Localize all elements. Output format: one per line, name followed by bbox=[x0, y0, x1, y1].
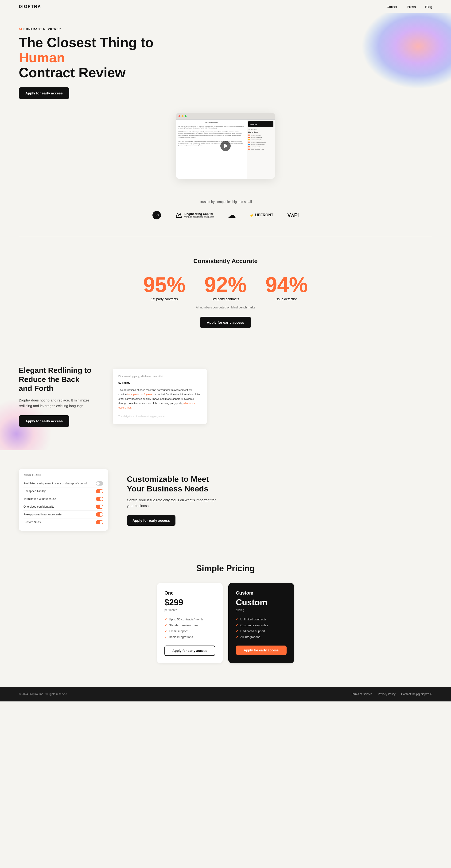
flag-toggle-2[interactable] bbox=[96, 489, 103, 493]
rule-dot-orange2 bbox=[248, 137, 250, 138]
engineering-capital-icon bbox=[175, 211, 183, 219]
hero-title-part2: Contract Review bbox=[19, 65, 125, 80]
stats-note: All numbers computed on blind benchmarks bbox=[19, 306, 432, 309]
plan-features-custom: ✓Unlimited contracts ✓Custom review rule… bbox=[236, 616, 287, 640]
feature-one-2: ✓Standard review rules bbox=[164, 622, 215, 628]
plan-period-custom: pricing bbox=[236, 609, 287, 612]
feature-custom-2: ✓Custom review rules bbox=[236, 622, 287, 628]
plan-cta-one[interactable]: Apply for early access bbox=[164, 646, 215, 656]
feature-one-3: ✓Email support bbox=[164, 628, 215, 634]
video-sidebar: DIOPTRA 3rd Party CSA List of Rules Serv… bbox=[247, 120, 275, 179]
flag-toggle-1[interactable] bbox=[96, 481, 103, 486]
logo-cloud: ☁ bbox=[228, 211, 235, 220]
logo-so-icon: SO bbox=[153, 211, 161, 219]
pricing-cards: One $299 per month ✓Up to 50 contracts/m… bbox=[19, 583, 432, 663]
rule-6: Service - Support bbox=[248, 146, 273, 148]
video-document: SaaS AGREEMENT This SaaS Agreement ("Agr… bbox=[176, 120, 247, 179]
logo-vapi: V∧PI bbox=[288, 212, 298, 218]
customize-left: YOUR FLAGS Prohibited assignment in case… bbox=[19, 469, 108, 531]
pricing-section: Simple Pricing One $299 per month ✓Up to… bbox=[0, 550, 451, 678]
footer-links: Terms of Service Privacy Policy Contact:… bbox=[351, 692, 432, 696]
stats-row: 95% 1st party contracts 92% 3rd party co… bbox=[19, 274, 432, 301]
stat-label-3: issue detection bbox=[265, 297, 308, 301]
hero-title: The Closest Thing to Human Contract Revi… bbox=[19, 35, 160, 80]
footer-copyright: © 2024 Dioptra, Inc. All rights reserved… bbox=[19, 692, 68, 696]
play-icon bbox=[224, 144, 228, 148]
badge-contract: CONTRACT REVIEWER bbox=[24, 28, 61, 31]
redline-receiving-note: if the receiving party, whichever occurs… bbox=[118, 374, 201, 378]
pricing-title: Simple Pricing bbox=[19, 563, 432, 574]
logo-engineering-capital: Engineering Capital venture capital for … bbox=[175, 211, 214, 219]
footer-terms[interactable]: Terms of Service bbox=[351, 692, 372, 696]
feature-one-1: ✓Up to 50 contracts/month bbox=[164, 616, 215, 622]
redline-right: if the receiving party, whichever occurs… bbox=[113, 369, 207, 424]
check-icon-6: ✓ bbox=[236, 623, 238, 627]
plan-period-one: per month bbox=[164, 609, 215, 612]
hero-title-highlight: Human bbox=[19, 50, 65, 65]
nav-blog[interactable]: Blog bbox=[425, 5, 432, 9]
redline-title: Elegant Redlining to Reduce the Back and… bbox=[19, 366, 94, 393]
flag-row-1: Prohibited assignment in case of change … bbox=[24, 480, 103, 488]
footer-privacy[interactable]: Privacy Policy bbox=[378, 692, 395, 696]
customize-section: YOUR FLAGS Prohibited assignment in case… bbox=[0, 450, 451, 550]
stats-cta-button[interactable]: Apply for early access bbox=[200, 317, 251, 328]
check-icon-4: ✓ bbox=[164, 635, 167, 639]
flag-label-5: Pre-approved insurance carrier bbox=[24, 513, 62, 516]
flag-row-3: Termination without cause bbox=[24, 495, 103, 503]
check-icon-8: ✓ bbox=[236, 635, 238, 639]
footer-contact[interactable]: Contact: help@dioptra.ai bbox=[401, 692, 432, 696]
rules-title: List of Rules bbox=[248, 131, 273, 133]
flags-card: YOUR FLAGS Prohibited assignment in case… bbox=[19, 469, 108, 531]
hero-cta-button[interactable]: Apply for early access bbox=[19, 87, 69, 99]
flag-toggle-6[interactable] bbox=[96, 520, 103, 524]
trust-section: Trusted by companies big and small SO En… bbox=[0, 193, 451, 229]
stat-number-1: 95% bbox=[143, 274, 186, 295]
flag-toggle-5[interactable] bbox=[96, 513, 103, 517]
logos-row: SO Engineering Capital venture capital f… bbox=[19, 211, 432, 220]
check-icon-1: ✓ bbox=[164, 618, 167, 621]
nav-press[interactable]: Press bbox=[407, 5, 416, 9]
badge-ai: AI bbox=[19, 28, 22, 31]
flag-row-2: Uncapped liability bbox=[24, 488, 103, 495]
redline-desc: Dioptra does not rip and replace. It min… bbox=[19, 398, 94, 409]
rule-dot-orange bbox=[248, 134, 250, 136]
svg-point-0 bbox=[362, 13, 451, 89]
stats-title: Consistently Accurate bbox=[19, 257, 432, 265]
flag-row-6: Custom SLAs bbox=[24, 519, 103, 526]
redline-left: Elegant Redlining to Reduce the Back and… bbox=[19, 366, 94, 427]
pricing-card-custom: Custom Custom pricing ✓Unlimited contrac… bbox=[228, 583, 294, 663]
redline-cta-button[interactable]: Apply for early access bbox=[19, 415, 69, 427]
feature-custom-1: ✓Unlimited contracts bbox=[236, 616, 287, 622]
video-toolbar bbox=[176, 113, 275, 120]
trust-label: Trusted by companies big and small bbox=[19, 200, 432, 204]
navigation: DIOPTRA Career Press Blog bbox=[0, 0, 451, 13]
check-icon-7: ✓ bbox=[236, 629, 238, 633]
video-player[interactable]: SaaS AGREEMENT This SaaS Agreement ("Agr… bbox=[176, 113, 275, 179]
nav-career[interactable]: Career bbox=[387, 5, 397, 9]
stat-number-2: 92% bbox=[204, 274, 247, 295]
rule-1: Service - Hardware bbox=[248, 134, 273, 136]
rule-2: Service - Usage Mark bbox=[248, 137, 273, 138]
flag-label-1: Prohibited assignment in case of change … bbox=[24, 482, 87, 485]
rule-dot-orange3 bbox=[248, 142, 250, 143]
flag-toggle-3[interactable] bbox=[96, 497, 103, 501]
rule-dot-blue bbox=[248, 144, 250, 145]
rule-dot-yellow bbox=[248, 139, 250, 141]
hero-section: AI CONTRACT REVIEWER The Closest Thing t… bbox=[0, 13, 451, 108]
customize-cta-button[interactable]: Apply for early access bbox=[127, 515, 175, 526]
rule-dot-orange4 bbox=[248, 146, 250, 148]
logo-upfront: ⚡ UPFRONT bbox=[250, 213, 273, 218]
redline-document: if the receiving party, whichever occurs… bbox=[113, 369, 207, 424]
stat-label-1: 1st party contracts bbox=[143, 297, 186, 301]
rule-3: Service - Geography bbox=[248, 139, 273, 141]
feature-custom-3: ✓Dedicated support bbox=[236, 628, 287, 634]
redline-section-num: 9. Term. bbox=[118, 380, 201, 385]
flag-row-5: Pre-approved insurance carrier bbox=[24, 511, 103, 519]
footer: © 2024 Dioptra, Inc. All rights reserved… bbox=[0, 687, 451, 702]
video-section: SaaS AGREEMENT This SaaS Agreement ("Agr… bbox=[0, 108, 451, 193]
rule-7: Privacy & Security - Audit bbox=[248, 149, 273, 150]
plan-cta-custom[interactable]: Apply for early access bbox=[236, 646, 287, 655]
flag-toggle-4[interactable] bbox=[96, 504, 103, 509]
flags-title: YOUR FLAGS bbox=[24, 474, 103, 476]
redline-para2: The obligations of each receiving party … bbox=[118, 414, 201, 418]
